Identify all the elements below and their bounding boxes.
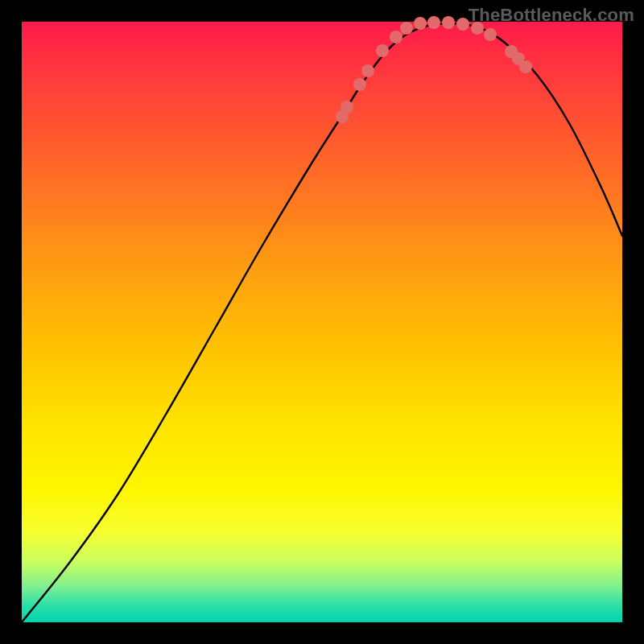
curve-marker [353, 78, 366, 91]
curve-marker [376, 44, 389, 57]
curve-markers [336, 16, 532, 123]
curve-marker [341, 101, 353, 114]
curve-marker [414, 17, 427, 30]
curve-marker [361, 64, 374, 77]
curve-marker [442, 16, 455, 29]
curve-marker [390, 31, 402, 43]
curve-marker [427, 16, 440, 29]
curve-marker [456, 18, 469, 31]
curve-marker [519, 60, 532, 73]
curve-marker [400, 22, 413, 35]
curve-marker [471, 22, 484, 35]
bottleneck-curve [22, 23, 622, 622]
curve-marker [484, 28, 497, 41]
curve-layer [22, 22, 622, 622]
